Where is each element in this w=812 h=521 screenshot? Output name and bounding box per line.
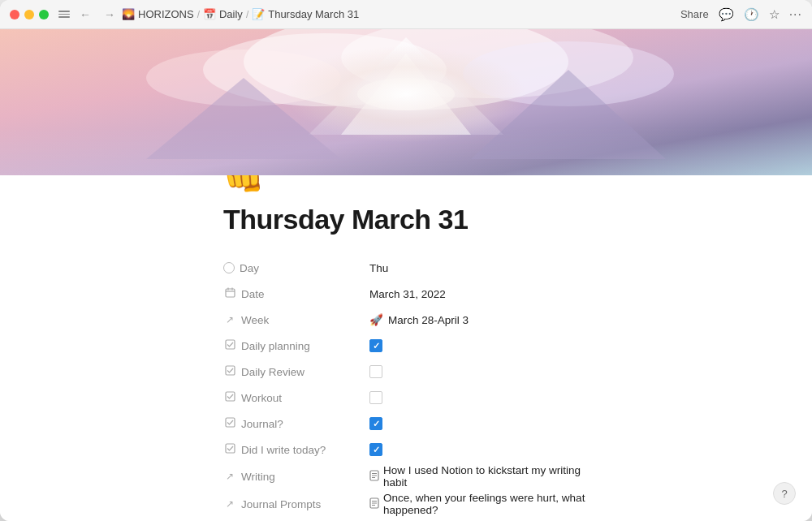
properties-table: Day Thu xyxy=(223,255,589,521)
prop-row-workout: Workout xyxy=(223,385,589,411)
writing-doc-icon xyxy=(369,470,379,484)
day-icon xyxy=(223,262,235,273)
prop-row-daily-review: Daily Review xyxy=(223,359,589,385)
workout-checkbox[interactable] xyxy=(369,391,382,404)
breadcrumb-horizons-label[interactable]: HORIZONS xyxy=(138,8,194,20)
prop-label-date: Date xyxy=(223,287,369,300)
prop-label-journal: Journal? xyxy=(223,417,369,430)
hero-svg xyxy=(0,29,812,175)
workout-label: Workout xyxy=(241,392,282,404)
prop-value-journal xyxy=(369,417,589,430)
prop-value-writing[interactable]: How I used Notion to kickstart my writin… xyxy=(369,464,589,489)
svg-rect-17 xyxy=(226,392,235,401)
hero-image xyxy=(0,29,812,175)
nav-controls: ← → xyxy=(58,6,119,23)
journal-prompts-arrow-icon: ↗ xyxy=(223,498,236,510)
daily-review-prop-icon xyxy=(223,365,236,378)
prop-value-did-i-write xyxy=(369,443,589,456)
prop-row-daily-planning: Daily planning xyxy=(223,333,589,359)
prop-row-week: ↗ Week 🚀 March 28-April 3 xyxy=(223,307,589,333)
prop-value-journal-prompts[interactable]: Once, when your feelings were hurt, what… xyxy=(369,492,589,516)
svg-rect-0 xyxy=(0,29,812,175)
breadcrumb-page-label[interactable]: Thursday March 31 xyxy=(268,8,359,20)
prop-row-journal: Journal? xyxy=(223,411,589,437)
page-content-area: 👊 Thursday March 31 Day Thu xyxy=(0,29,812,521)
back-button[interactable]: ← xyxy=(76,6,94,23)
svg-rect-18 xyxy=(226,418,235,427)
date-value: March 31, 2022 xyxy=(369,288,446,300)
week-emoji: 🚀 xyxy=(369,313,383,326)
journal-label: Journal? xyxy=(241,418,283,430)
journal-prompts-value[interactable]: Once, when your feelings were hurt, what… xyxy=(383,492,589,516)
daily-planning-prop-icon xyxy=(223,339,236,352)
svg-rect-15 xyxy=(226,340,235,349)
comment-icon[interactable]: 💬 xyxy=(719,7,734,22)
svg-rect-16 xyxy=(226,366,235,375)
app-window: ← → 🌄 HORIZONS / 📅 Daily / 📝 Thursday Ma… xyxy=(0,0,812,521)
page-main-content: Thursday March 31 Day Thu xyxy=(0,204,812,521)
minimize-button[interactable] xyxy=(24,10,34,19)
titlebar: ← → 🌄 HORIZONS / 📅 Daily / 📝 Thursday Ma… xyxy=(0,0,812,29)
calendar-icon xyxy=(223,287,236,300)
prop-value-workout xyxy=(369,391,589,404)
forward-button[interactable]: → xyxy=(101,6,119,23)
help-button[interactable]: ? xyxy=(773,482,796,505)
writing-label: Writing xyxy=(241,471,275,483)
breadcrumb-page-icon: 📝 xyxy=(252,8,265,20)
titlebar-actions: Share 💬 🕐 ☆ ··· xyxy=(680,7,802,22)
breadcrumb-sep-1: / xyxy=(197,9,200,20)
prop-row-date: Date March 31, 2022 xyxy=(223,281,589,307)
day-value: Thu xyxy=(369,262,388,274)
breadcrumb-daily-icon: 📅 xyxy=(203,8,216,20)
more-icon[interactable]: ··· xyxy=(789,7,802,22)
prop-row-vitamins: Vitamins xyxy=(223,518,589,521)
prop-value-day: Thu xyxy=(369,262,589,274)
page-title: Thursday March 31 xyxy=(223,204,589,235)
writing-value[interactable]: How I used Notion to kickstart my writin… xyxy=(383,464,589,489)
prop-label-week: ↗ Week xyxy=(223,314,369,326)
prop-label-writing: ↗ Writing xyxy=(223,471,369,483)
journal-prop-icon xyxy=(223,417,236,430)
prop-row-day: Day Thu xyxy=(223,255,589,281)
journal-prompts-page-link[interactable]: Once, when your feelings were hurt, what… xyxy=(369,492,589,516)
prop-row-did-i-write: Did I write today? xyxy=(223,437,589,463)
favorite-icon[interactable]: ☆ xyxy=(769,7,780,22)
daily-planning-checkbox[interactable] xyxy=(369,339,382,352)
did-i-write-label: Did I write today? xyxy=(241,444,326,456)
breadcrumb-sep-2: / xyxy=(246,9,248,20)
prop-label-workout: Workout xyxy=(223,391,369,404)
writing-page-link[interactable]: How I used Notion to kickstart my writin… xyxy=(369,464,589,489)
date-label: Date xyxy=(241,288,265,300)
prop-label-daily-review: Daily Review xyxy=(223,365,369,378)
day-label: Day xyxy=(240,262,259,274)
prop-row-journal-prompts: ↗ Journal Prompts xyxy=(223,490,589,518)
prop-value-week[interactable]: 🚀 March 28-April 3 xyxy=(369,313,589,326)
prop-label-day: Day xyxy=(223,262,369,274)
week-label: Week xyxy=(241,314,269,326)
daily-review-checkbox[interactable] xyxy=(369,365,382,378)
svg-point-10 xyxy=(357,78,455,110)
did-i-write-checkbox[interactable] xyxy=(369,443,382,456)
prop-label-daily-planning: Daily planning xyxy=(223,339,369,352)
history-icon[interactable]: 🕐 xyxy=(744,7,759,22)
share-button[interactable]: Share xyxy=(680,8,709,20)
prop-label-journal-prompts: ↗ Journal Prompts xyxy=(223,498,369,510)
breadcrumb-daily-label[interactable]: Daily xyxy=(219,8,243,20)
daily-planning-label: Daily planning xyxy=(241,340,310,352)
maximize-button[interactable] xyxy=(39,10,49,19)
traffic-lights xyxy=(10,10,49,19)
prop-row-writing: ↗ Writing xyxy=(223,463,589,490)
sidebar-toggle-icon[interactable] xyxy=(58,11,70,18)
svg-marker-7 xyxy=(341,54,471,135)
journal-checkbox[interactable] xyxy=(369,417,382,430)
close-button[interactable] xyxy=(10,10,19,19)
prop-label-did-i-write: Did I write today? xyxy=(223,443,369,456)
workout-prop-icon xyxy=(223,391,236,404)
journal-prompts-doc-icon xyxy=(369,497,379,511)
week-value[interactable]: March 28-April 3 xyxy=(388,314,469,326)
breadcrumb-horizons-icon: 🌄 xyxy=(122,8,135,20)
breadcrumb: 🌄 HORIZONS / 📅 Daily / 📝 Thursday March … xyxy=(122,8,359,20)
daily-review-label: Daily Review xyxy=(241,366,304,378)
prop-value-daily-planning xyxy=(369,339,589,352)
week-arrow-icon: ↗ xyxy=(223,314,236,325)
